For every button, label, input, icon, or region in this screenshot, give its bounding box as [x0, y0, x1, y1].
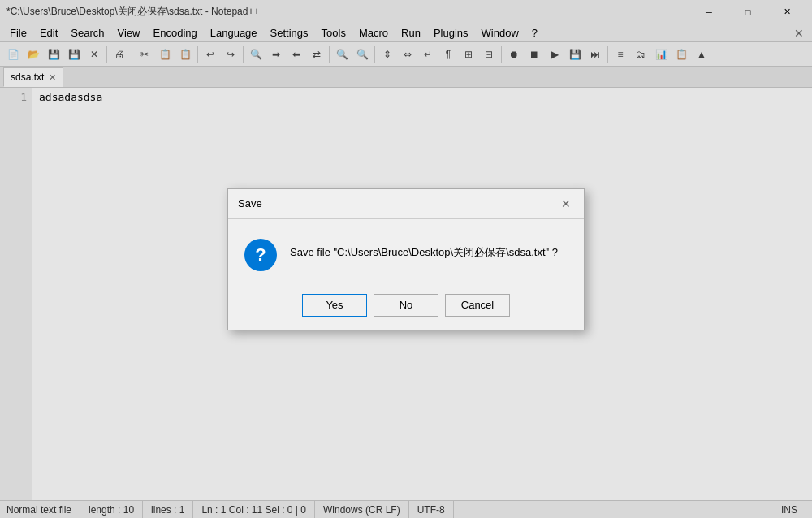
save-dialog: Save ✕ ? Save file "C:\Users\Bruce\Deskt…	[227, 188, 585, 330]
dialog-question-icon: ?	[244, 239, 277, 271]
dialog-overlay: Save ✕ ? Save file "C:\Users\Bruce\Deskt…	[0, 0, 812, 518]
dialog-no-button[interactable]: No	[374, 294, 438, 317]
dialog-close-button[interactable]: ✕	[558, 196, 574, 212]
dialog-title: Save	[238, 197, 262, 209]
dialog-title-bar: Save ✕	[228, 189, 584, 219]
dialog-message: Save file "C:\Users\Bruce\Desktop\关闭必保存\…	[290, 239, 558, 260]
dialog-body: ? Save file "C:\Users\Bruce\Desktop\关闭必保…	[228, 219, 584, 287]
dialog-cancel-button[interactable]: Cancel	[445, 294, 510, 317]
dialog-yes-button[interactable]: Yes	[302, 294, 367, 317]
dialog-footer: Yes No Cancel	[228, 287, 584, 330]
